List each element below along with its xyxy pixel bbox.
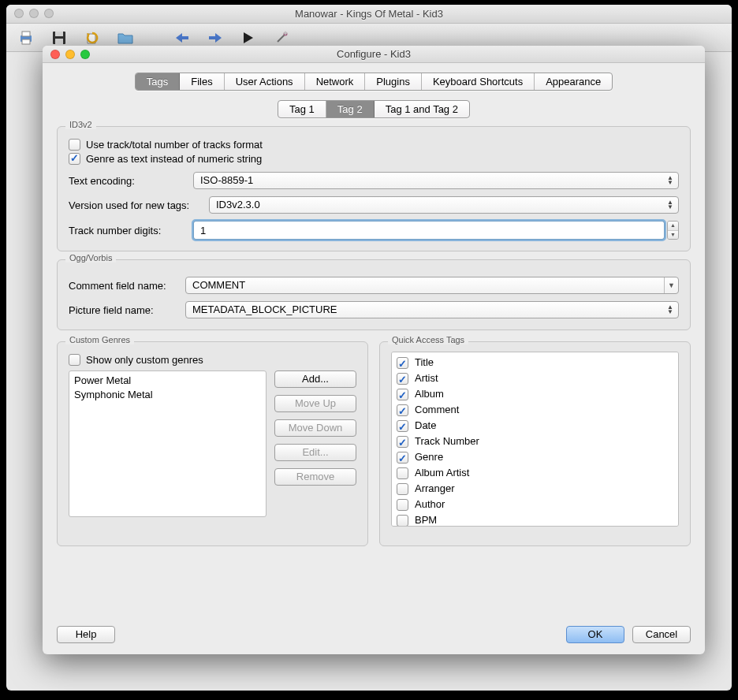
print-icon[interactable]: [17, 29, 35, 47]
remove-button[interactable]: Remove: [274, 468, 356, 486]
subtab-tag-1-and-tag-2[interactable]: Tag 1 and Tag 2: [375, 101, 469, 117]
list-item[interactable]: Symphonic Metal: [74, 388, 261, 402]
group-title-ogg: Ogg/Vorbis: [65, 253, 116, 262]
list-item[interactable]: Title: [397, 355, 673, 370]
tab-plugins[interactable]: Plugins: [365, 73, 422, 90]
list-item-label: Title: [415, 355, 434, 370]
zoom-icon[interactable]: [80, 50, 90, 59]
dialog-title: Configure - Kid3: [337, 48, 411, 60]
list-item-label: Comment: [415, 402, 459, 418]
checkbox-genre-as-text[interactable]: [69, 153, 80, 165]
checkbox-author[interactable]: [397, 499, 408, 511]
back-arrow-icon[interactable]: [173, 29, 191, 47]
edit-button[interactable]: Edit...: [274, 444, 356, 461]
input-track-digits[interactable]: [193, 221, 665, 240]
chevron-down-icon: ▼: [664, 277, 678, 293]
tab-user-actions[interactable]: User Actions: [225, 73, 305, 90]
dialog-titlebar: Configure - Kid3: [43, 46, 705, 63]
list-item[interactable]: Power Metal: [74, 374, 261, 388]
svg-rect-2: [22, 39, 30, 44]
group-quick-access: Quick Access Tags TitleArtistAlbumCommen…: [379, 341, 691, 546]
list-item[interactable]: Album: [397, 386, 673, 402]
chevron-down-icon[interactable]: ▼: [668, 231, 678, 240]
tab-keyboard-shortcuts[interactable]: Keyboard Shortcuts: [422, 73, 535, 90]
checkbox-bpm[interactable]: [397, 515, 408, 527]
revert-icon[interactable]: [84, 29, 101, 47]
combo-comment-field[interactable]: COMMENT▼: [185, 277, 679, 294]
group-custom-genres: Custom Genres Show only custom genres Po…: [57, 341, 368, 546]
group-title-id3v2: ID3v2: [65, 120, 96, 129]
list-item[interactable]: Artist: [397, 370, 673, 386]
subtab-tag-2[interactable]: Tag 2: [326, 101, 375, 117]
list-item[interactable]: Genre: [397, 449, 673, 465]
save-icon[interactable]: [50, 29, 68, 47]
list-custom-genres[interactable]: Power MetalSymphonic Metal: [69, 370, 266, 517]
value-text-encoding: ISO-8859-1: [200, 174, 253, 186]
value-comment-field: COMMENT: [192, 279, 245, 291]
svg-rect-1: [22, 32, 30, 36]
main-window-title: Manowar - Kings Of Metal - Kid3: [295, 8, 443, 20]
list-item[interactable]: BPM: [397, 512, 673, 527]
list-quick-access[interactable]: TitleArtistAlbumCommentDateTrack NumberG…: [391, 352, 679, 527]
chevron-updown-icon: ▲▼: [665, 173, 676, 188]
wand-icon[interactable]: [273, 29, 290, 47]
list-item-label: Genre: [415, 449, 443, 465]
move-up-button[interactable]: Move Up: [274, 395, 356, 412]
help-button[interactable]: Help: [57, 626, 115, 643]
label-version: Version used for new tags:: [69, 199, 203, 211]
checkbox-artist[interactable]: [397, 373, 408, 385]
checkbox-genre[interactable]: [397, 452, 408, 464]
select-text-encoding[interactable]: ISO-8859-1▲▼: [193, 172, 679, 189]
checkbox-use-track-total[interactable]: [69, 139, 80, 151]
label-comment-field: Comment field name:: [69, 280, 179, 292]
tab-tags[interactable]: Tags: [136, 73, 180, 90]
list-item-label: Author: [415, 497, 445, 512]
list-item[interactable]: Author: [397, 497, 673, 512]
spinner-buttons[interactable]: ▲▼: [667, 221, 679, 240]
checkbox-comment[interactable]: [397, 404, 408, 416]
traffic-lights-dialog: [50, 50, 90, 59]
traffic-lights-main: [14, 9, 54, 18]
list-item-label: Album: [415, 386, 444, 402]
move-down-button[interactable]: Move Down: [274, 419, 356, 437]
sub-tabs: Tag 1Tag 2Tag 1 and Tag 2: [278, 100, 470, 118]
select-picture-field[interactable]: METADATA_BLOCK_PICTURE▲▼: [185, 301, 679, 318]
list-item[interactable]: Arranger: [397, 481, 673, 497]
add-button[interactable]: Add...: [274, 370, 356, 388]
ok-button[interactable]: OK: [566, 626, 624, 643]
list-item-label: Date: [415, 418, 436, 434]
checkbox-arranger[interactable]: [397, 483, 408, 495]
forward-arrow-icon[interactable]: [207, 29, 224, 47]
chevron-up-icon[interactable]: ▲: [668, 222, 678, 231]
checkbox-date[interactable]: [397, 420, 408, 432]
minimize-icon[interactable]: [65, 50, 75, 59]
list-item[interactable]: Album Artist: [397, 465, 673, 481]
main-tabs: TagsFilesUser ActionsNetworkPluginsKeybo…: [135, 73, 613, 91]
checkbox-album[interactable]: [397, 389, 408, 400]
checkbox-title[interactable]: [397, 357, 408, 369]
value-version: ID3v2.3.0: [216, 199, 260, 210]
list-item[interactable]: Comment: [397, 402, 673, 418]
select-version[interactable]: ID3v2.3.0▲▼: [209, 196, 679, 214]
folder-icon[interactable]: [117, 29, 134, 47]
checkbox-album-artist[interactable]: [397, 467, 408, 479]
group-id3v2: ID3v2 Use track/total number of tracks f…: [57, 126, 691, 251]
checkbox-track-number[interactable]: [397, 436, 408, 448]
group-ogg: Ogg/Vorbis Comment field name: COMMENT▼ …: [57, 259, 691, 330]
close-icon[interactable]: [50, 50, 60, 59]
cancel-button[interactable]: Cancel: [632, 626, 691, 643]
tab-network[interactable]: Network: [305, 73, 366, 90]
checkbox-show-only-custom[interactable]: [69, 354, 80, 366]
minimize-icon[interactable]: [29, 9, 39, 18]
tab-appearance[interactable]: Appearance: [535, 73, 612, 90]
tab-files[interactable]: Files: [180, 73, 224, 90]
zoom-icon[interactable]: [44, 9, 54, 18]
list-item[interactable]: Date: [397, 418, 673, 434]
list-item-label: Artist: [415, 370, 438, 386]
dialog-footer: Help OK Cancel: [57, 626, 691, 643]
play-icon[interactable]: [240, 29, 257, 47]
subtab-tag-1[interactable]: Tag 1: [278, 101, 326, 117]
close-icon[interactable]: [14, 9, 24, 18]
list-item[interactable]: Track Number: [397, 434, 673, 449]
label-use-track-total: Use track/total number of tracks format: [86, 139, 263, 151]
